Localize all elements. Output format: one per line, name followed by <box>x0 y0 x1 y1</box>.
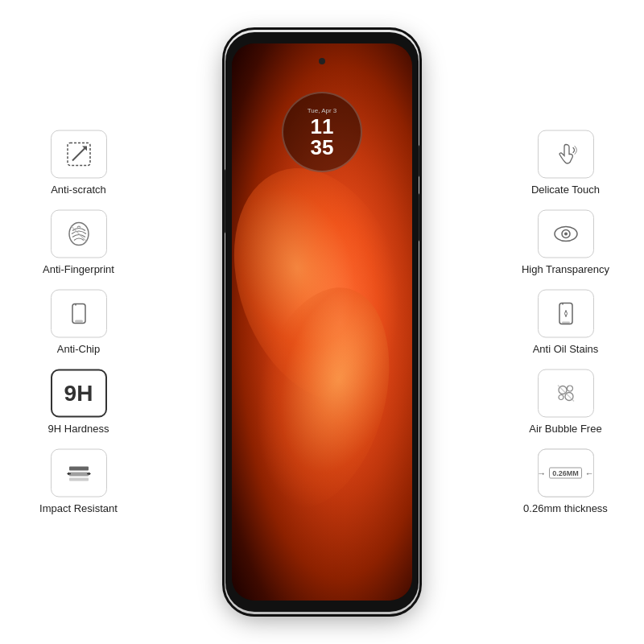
clock-date: Tue, Apr 3 <box>308 107 337 114</box>
features-left: Anti-scratch Anti-Fingerprint <box>16 130 141 514</box>
phone-screen: Tue, Apr 3 1135 <box>232 43 412 601</box>
9h-hardness-label: 9H Hardness <box>48 423 109 435</box>
anti-oil-stains-icon <box>551 299 580 328</box>
impact-resistant-icon-box <box>51 449 107 497</box>
feature-air-bubble-free: Air Bubble Free <box>503 369 628 435</box>
svg-point-17 <box>564 233 568 236</box>
feature-anti-chip: Anti-Chip <box>16 290 141 355</box>
high-transparency-icon <box>551 220 580 249</box>
delicate-touch-icon <box>551 140 580 169</box>
thickness-label: 0.26mm thickness <box>523 502 608 514</box>
high-transparency-label: High Transparency <box>522 263 609 275</box>
side-button-right-top <box>419 145 422 177</box>
svg-rect-7 <box>75 320 83 323</box>
clock-widget: Tue, Apr 3 1135 <box>282 92 362 172</box>
camera-dot <box>319 58 325 64</box>
feature-anti-oil-stains: Anti Oil Stains <box>503 290 628 355</box>
9h-hardness-icon-box: 9H <box>51 369 107 418</box>
phone-outer: Tue, Apr 3 1135 <box>225 32 419 612</box>
feature-impact-resistant: Impact Resistant <box>16 449 141 514</box>
anti-fingerprint-icon <box>64 220 93 249</box>
phone-wallpaper: Tue, Apr 3 1135 <box>232 43 412 601</box>
feature-delicate-touch: Delicate Touch <box>503 130 628 196</box>
main-container: Anti-scratch Anti-Fingerprint <box>0 0 644 644</box>
feature-thickness: → 0.26MM ← 0.26mm thickness <box>503 449 628 514</box>
anti-chip-label: Anti-Chip <box>57 343 100 355</box>
high-transparency-icon-box <box>538 210 594 258</box>
svg-point-23 <box>559 395 564 400</box>
feature-anti-fingerprint: Anti-Fingerprint <box>16 210 141 275</box>
anti-fingerprint-icon-box <box>51 210 107 258</box>
svg-rect-20 <box>562 322 570 324</box>
clock-time: 1135 <box>311 116 334 158</box>
svg-rect-10 <box>69 478 89 481</box>
delicate-touch-icon-box <box>538 130 594 179</box>
svg-rect-8 <box>69 467 89 471</box>
svg-point-22 <box>567 386 572 391</box>
anti-chip-icon <box>64 299 93 328</box>
air-bubble-free-label: Air Bubble Free <box>529 423 601 435</box>
anti-oil-stains-label: Anti Oil Stains <box>533 343 599 355</box>
feature-high-transparency: High Transparency <box>503 210 628 275</box>
feature-9h-hardness: 9H 9H Hardness <box>16 369 141 435</box>
air-bubble-free-icon-box <box>538 369 594 418</box>
feature-anti-scratch: Anti-scratch <box>16 130 141 196</box>
anti-scratch-label: Anti-scratch <box>51 184 106 196</box>
anti-chip-icon-box <box>51 290 107 338</box>
svg-line-1 <box>72 148 85 161</box>
anti-oil-stains-icon-box <box>538 290 594 338</box>
delicate-touch-label: Delicate Touch <box>531 184 600 196</box>
svg-marker-12 <box>67 473 69 476</box>
svg-rect-18 <box>559 303 572 324</box>
impact-resistant-icon <box>64 459 93 488</box>
features-right: Delicate Touch High Transparency <box>503 130 628 514</box>
svg-rect-9 <box>69 473 89 477</box>
svg-marker-14 <box>89 473 91 476</box>
anti-scratch-icon-box <box>51 130 107 179</box>
side-button-left <box>222 169 225 233</box>
air-bubble-free-icon <box>551 379 580 408</box>
thickness-icon-box: → 0.26MM ← <box>538 449 594 497</box>
anti-fingerprint-label: Anti-Fingerprint <box>43 263 114 275</box>
thickness-visual: → 0.26MM ← <box>538 449 594 497</box>
impact-resistant-label: Impact Resistant <box>39 502 118 514</box>
9h-text: 9H <box>64 381 93 407</box>
phone-wrapper: Tue, Apr 3 1135 <box>225 32 419 612</box>
side-button-right-bottom <box>419 193 422 242</box>
anti-scratch-icon <box>64 140 93 169</box>
